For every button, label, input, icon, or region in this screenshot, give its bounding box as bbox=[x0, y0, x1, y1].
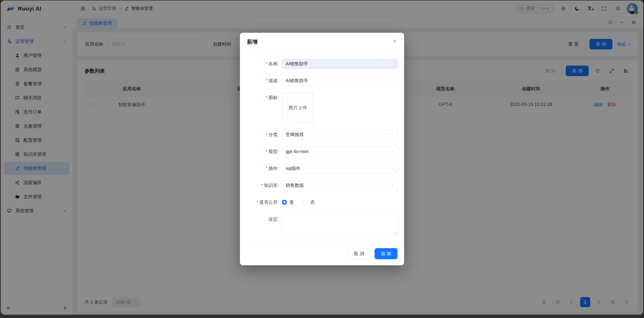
form-row-setting: 设定: bbox=[242, 214, 398, 237]
model-value: gpt-4o-mini bbox=[286, 149, 308, 154]
radio-unselected-icon bbox=[303, 200, 308, 205]
submit-add-button[interactable]: 添 加 bbox=[375, 248, 398, 259]
knowledge-base-select[interactable]: 销售数据 bbox=[282, 180, 398, 190]
modal-header: 新增 × bbox=[240, 33, 404, 51]
radio-yes-label: 是 bbox=[289, 199, 294, 205]
category-label: 分类: bbox=[242, 130, 282, 140]
category-value: 官网推荐 bbox=[286, 132, 304, 138]
form-row-knowledge-base: 知识库: 销售数据 bbox=[242, 180, 398, 190]
description-label: 描述: bbox=[242, 76, 282, 86]
add-agent-modal: 新增 × 名称: 描述: 图标: 图片上传 bbox=[240, 33, 404, 265]
radio-no-label: 否 bbox=[310, 199, 315, 205]
chevron-down-icon bbox=[391, 150, 394, 153]
chevron-down-icon bbox=[391, 133, 394, 136]
modal-footer: 取 消 添 加 bbox=[240, 243, 404, 265]
modal-title: 新增 bbox=[247, 39, 258, 45]
name-input[interactable] bbox=[282, 59, 398, 69]
public-label: 是否公开: bbox=[242, 197, 282, 207]
setting-textarea[interactable] bbox=[282, 214, 398, 236]
form-row-plugin: 插件: sql插件 bbox=[242, 163, 398, 174]
chevron-down-icon bbox=[391, 167, 394, 170]
screen: Ruoyi AI 首页 运营管理 用户管理 bbox=[0, 0, 644, 318]
form-row-category: 分类: 官网推荐 bbox=[242, 130, 398, 140]
form-row-description: 描述: bbox=[242, 76, 398, 86]
upload-text: 图片上传 bbox=[289, 105, 307, 111]
knowledge-base-value: 销售数据 bbox=[286, 182, 304, 188]
form-row-public: 是否公开: 是 否 bbox=[242, 197, 398, 207]
chevron-down-icon bbox=[391, 184, 394, 187]
radio-public-no[interactable]: 否 bbox=[303, 199, 315, 205]
description-input[interactable] bbox=[282, 76, 398, 86]
close-icon[interactable]: × bbox=[390, 37, 399, 45]
icon-label: 图标: bbox=[242, 93, 282, 103]
model-label: 模型: bbox=[242, 147, 282, 157]
plugin-value: sql插件 bbox=[286, 165, 301, 171]
name-label: 名称: bbox=[242, 59, 282, 69]
resize-grip-icon[interactable] bbox=[394, 232, 397, 235]
image-upload-box[interactable]: 图片上传 bbox=[282, 93, 314, 123]
model-select[interactable]: gpt-4o-mini bbox=[282, 147, 398, 157]
knowledge-base-label: 知识库: bbox=[242, 180, 282, 190]
form-row-name: 名称: bbox=[242, 59, 398, 69]
category-select[interactable]: 官网推荐 bbox=[282, 130, 398, 140]
plugin-label: 插件: bbox=[242, 163, 282, 174]
radio-public-yes[interactable]: 是 bbox=[282, 199, 294, 205]
plugin-select[interactable]: sql插件 bbox=[282, 163, 398, 174]
cancel-button[interactable]: 取 消 bbox=[348, 248, 370, 259]
app-window: Ruoyi AI 首页 运营管理 用户管理 bbox=[1, 1, 643, 315]
setting-label: 设定: bbox=[242, 214, 282, 224]
radio-selected-icon bbox=[282, 200, 287, 205]
form-row-model: 模型: gpt-4o-mini bbox=[242, 147, 398, 157]
modal-body: 名称: 描述: 图标: 图片上传 分类: bbox=[240, 51, 404, 243]
form-row-icon: 图标: 图片上传 bbox=[242, 93, 398, 123]
